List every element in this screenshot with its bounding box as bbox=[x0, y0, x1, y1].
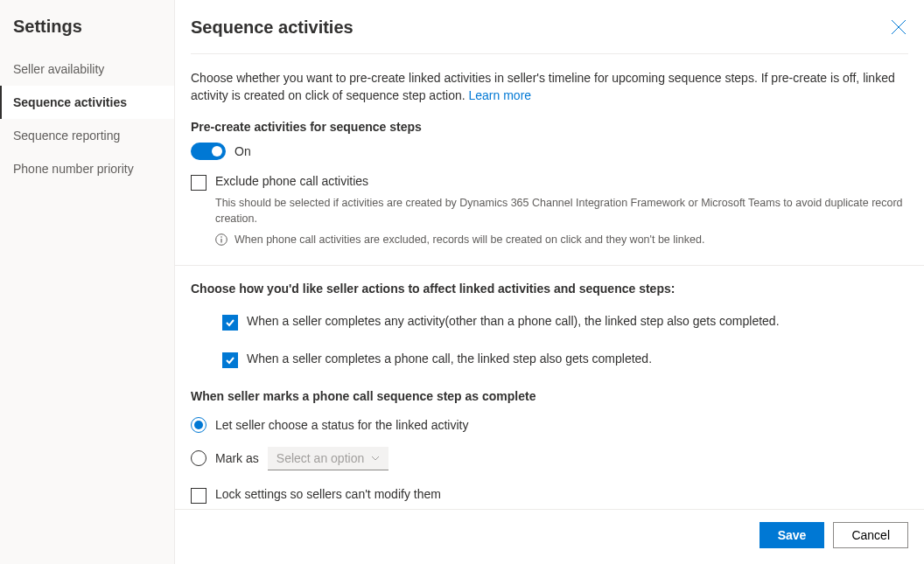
close-icon bbox=[891, 19, 906, 35]
affect-phone-label: When a seller completes a phone call, th… bbox=[247, 352, 652, 366]
sidebar-item-sequence-reporting[interactable]: Sequence reporting bbox=[0, 119, 174, 152]
radio-mark-as[interactable] bbox=[191, 450, 206, 466]
svg-rect-2 bbox=[220, 239, 221, 243]
affect-heading: Choose how you'd like seller actions to … bbox=[191, 282, 908, 296]
radio-let-seller-choose-label: Let seller choose a status for the linke… bbox=[215, 418, 468, 432]
info-icon bbox=[215, 233, 228, 246]
mark-as-select[interactable]: Select an option bbox=[268, 447, 388, 470]
phone-complete-heading: When seller marks a phone call sequence … bbox=[191, 389, 908, 403]
radio-let-seller-choose[interactable] bbox=[191, 417, 206, 433]
cancel-button[interactable]: Cancel bbox=[833, 522, 908, 548]
save-button[interactable]: Save bbox=[760, 522, 825, 548]
sidebar-item-sequence-activities[interactable]: Sequence activities bbox=[0, 86, 174, 119]
precreate-toggle[interactable] bbox=[191, 143, 226, 160]
exclude-phone-checkbox[interactable] bbox=[191, 175, 206, 191]
main-panel: Sequence activities Choose whether you w… bbox=[175, 0, 924, 564]
sidebar-item-phone-number-priority[interactable]: Phone number priority bbox=[0, 152, 174, 185]
precreate-label: Pre-create activities for sequence steps bbox=[191, 120, 908, 134]
page-title: Sequence activities bbox=[191, 17, 354, 38]
chevron-down-icon bbox=[371, 456, 380, 461]
lock-settings-checkbox[interactable] bbox=[191, 488, 206, 504]
radio-mark-as-label: Mark as bbox=[215, 451, 259, 465]
sidebar-title: Settings bbox=[0, 12, 174, 52]
exclude-helper-text: This should be selected if activities ar… bbox=[215, 196, 908, 226]
exclude-phone-label: Exclude phone call activities bbox=[215, 174, 368, 188]
learn-more-link[interactable]: Learn more bbox=[469, 88, 532, 102]
settings-sidebar: Settings Seller availability Sequence ac… bbox=[0, 0, 175, 564]
svg-point-1 bbox=[220, 236, 222, 238]
affect-phone-checkbox[interactable] bbox=[222, 352, 238, 368]
affect-activity-checkbox[interactable] bbox=[222, 315, 238, 331]
precreate-toggle-state: On bbox=[234, 144, 251, 158]
footer-actions: Save Cancel bbox=[175, 509, 924, 564]
affect-activity-label: When a seller completes any activity(oth… bbox=[247, 314, 780, 328]
close-button[interactable] bbox=[889, 17, 908, 39]
exclude-info-text: When phone call activities are excluded,… bbox=[234, 233, 704, 246]
intro-text: Choose whether you want to pre-create li… bbox=[191, 70, 908, 104]
sidebar-item-seller-availability[interactable]: Seller availability bbox=[0, 52, 174, 86]
lock-settings-label: Lock settings so sellers can't modify th… bbox=[215, 487, 441, 501]
